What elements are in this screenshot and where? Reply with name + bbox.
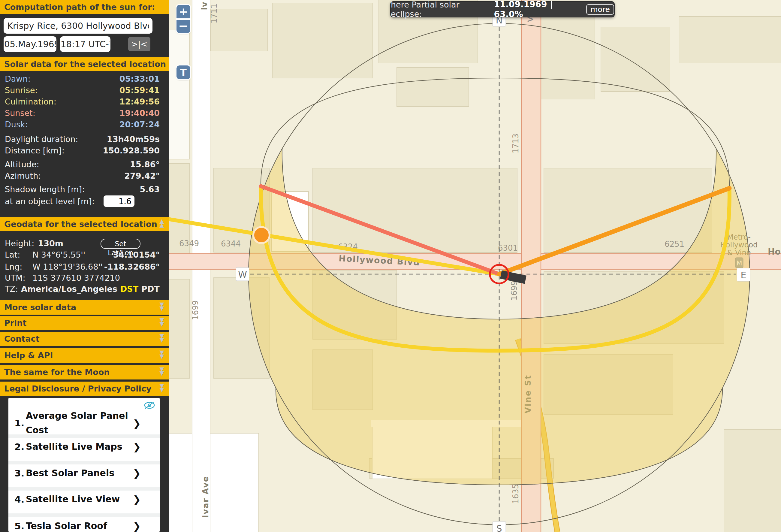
solar-data-header: Solar data for the selected location: [0, 57, 169, 71]
sidebar: Computation path of the sun for: >|< Sol…: [0, 0, 169, 532]
lot-number: 6349: [179, 239, 199, 248]
eclipse-more-button[interactable]: more: [586, 4, 614, 15]
solar-data-title: Solar data for the selected location: [4, 59, 166, 69]
distance-label: Distance [km]:: [5, 146, 65, 155]
sunset-value: 19:40:40: [119, 108, 160, 118]
expand-down-icon: ▼▼: [159, 333, 164, 342]
ad-label: Satellite Live Maps: [26, 438, 129, 455]
ad-number: 4.: [14, 491, 24, 508]
ad-number: 3.: [14, 465, 24, 482]
accordion-label: The same for the Moon: [4, 367, 110, 377]
suncalc-app: Computation path of the sun for: >|< Sol…: [0, 0, 781, 532]
altitude-label: Altitude:: [5, 160, 39, 169]
map-svg: 6349 6344 6324 6301 6251 1711 1713 1699 …: [169, 0, 781, 532]
accordion-help-api[interactable]: Help & API ▼▼: [0, 348, 169, 363]
utm-row: UTM: 11S 377610 3774210: [5, 272, 160, 283]
ad-number: 2.: [14, 438, 24, 455]
chevron-right-icon: ❯: [131, 518, 143, 532]
accordion-label: Legal Disclosure / Privacy Policy: [4, 384, 151, 393]
culmination-row: Culmination: 12:49:56: [5, 96, 160, 107]
dusk-label: Dusk:: [5, 120, 28, 129]
map-layer-toggle-button[interactable]: T: [176, 66, 190, 79]
ad-number: 1.: [14, 418, 24, 428]
sunrise-value: 05:59:41: [119, 86, 160, 95]
dawn-row: Dawn: 05:33:01: [5, 73, 160, 84]
address-input[interactable]: [4, 18, 153, 34]
lng-row: Lng: W 118°19'36.68'' -118.32686°: [5, 261, 160, 272]
expand-down-icon: ▼▼: [159, 383, 164, 393]
ad-item-2[interactable]: 2. Satellite Live Maps ❯: [8, 438, 160, 455]
chevron-right-icon: ❯: [131, 418, 143, 429]
expand-down-icon: ▼▼: [159, 350, 164, 359]
object-level-input[interactable]: [104, 196, 134, 207]
object-level-label: at an object level [m]:: [5, 197, 94, 206]
dusk-row: Dusk: 20:07:24: [5, 119, 160, 130]
sunset-row: Sunset: 19:40:40: [5, 107, 160, 119]
shadow-length-label: Shadow length [m]:: [5, 185, 85, 194]
accordion-label: Contact: [4, 334, 40, 343]
ad-separator: [8, 461, 160, 464]
lat-decimal: 34.10154°: [113, 250, 160, 259]
daylight-row: Daylight duration: 13h40m59s: [5, 133, 160, 145]
current-sun-marker[interactable]: [253, 227, 270, 243]
compass-east: E: [741, 270, 746, 280]
shadow-length-value: 5.63: [139, 185, 160, 194]
zoom-out-button[interactable]: −: [176, 19, 190, 33]
chevron-right-icon: ❯: [131, 491, 143, 508]
time-input[interactable]: [60, 36, 111, 52]
collapse-panel-button[interactable]: >|<: [128, 37, 150, 51]
street-label-edge: Ho: [768, 247, 781, 257]
ad-separator: [8, 487, 160, 491]
lat-row: Lat: N 34°6'5.55'' 34.10154°: [5, 249, 160, 260]
date-input[interactable]: [4, 36, 56, 52]
tz-value: America/Los_Angeles: [21, 284, 117, 294]
lng-decimal: -118.32686°: [104, 262, 160, 272]
map-canvas[interactable]: 6349 6344 6324 6301 6251 1711 1713 1699 …: [169, 0, 781, 532]
expand-down-icon: ▼▼: [159, 366, 164, 376]
ad-label: Tesla Solar Roof: [26, 518, 129, 532]
dusk-value: 20:07:24: [119, 120, 160, 129]
zoom-in-button[interactable]: +: [176, 5, 190, 18]
tz-label: TZ:: [5, 284, 18, 294]
ad-item-5[interactable]: 5. Tesla Solar Roof ❯: [8, 518, 160, 532]
utm-label: UTM:: [5, 273, 32, 283]
compass-south: S: [496, 523, 502, 532]
computation-title: Computation path of the sun for:: [4, 2, 155, 12]
accordion-more-solar-data[interactable]: More solar data ▼▼: [0, 300, 169, 315]
accordion-legal-privacy[interactable]: Legal Disclosure / Privacy Policy ▼▼: [0, 381, 169, 396]
ad-separator: [8, 514, 160, 517]
shadow-length-row: Shadow length [m]: 5.63: [5, 183, 160, 195]
lot-number: 1635: [511, 484, 520, 504]
geodata-header[interactable]: Geodata for the selected location ▲▲: [0, 217, 169, 231]
ad-item-4[interactable]: 4. Satellite Live View ❯: [8, 491, 160, 508]
chevron-right-icon: ❯: [131, 438, 143, 455]
azimuth-label: Azimuth:: [5, 171, 41, 180]
ad-list-card: 1. Average Solar Panel Cost ❯ 2. Satelli…: [8, 398, 160, 532]
distance-value: 150.928.590: [102, 146, 160, 155]
lot-number: 1713: [511, 134, 520, 153]
accordion-moon[interactable]: The same for the Moon ▼▼: [0, 365, 169, 379]
daylight-label: Daylight duration:: [5, 134, 78, 144]
dawn-label: Dawn:: [5, 74, 31, 83]
computation-header: Computation path of the sun for:: [0, 0, 169, 14]
height-value: 130m: [38, 239, 63, 248]
accordion-print[interactable]: Print ▼▼: [0, 316, 169, 330]
expand-down-icon: ▼▼: [159, 301, 164, 311]
utm-value: 11S 377610 3774210: [32, 273, 120, 283]
lat-label: Lat:: [5, 250, 32, 259]
ad-item-3[interactable]: 3. Best Solar Panels ❯: [8, 465, 160, 482]
lot-number: 1711: [209, 4, 218, 24]
street-label-ivar: Ivar Ave: [201, 476, 210, 518]
altitude-row: Altitude: 15.86°: [5, 159, 160, 170]
altitude-value: 15.86°: [130, 160, 160, 169]
accordion-contact[interactable]: Contact ▼▼: [0, 332, 169, 346]
ad-label: Average Solar Panel Cost: [26, 409, 129, 438]
ad-label: Satellite Live View: [26, 491, 129, 508]
set-latlon-button[interactable]: Set Lat/Lon: [100, 239, 140, 249]
accordion-label: Help & API: [4, 351, 53, 360]
collapse-up-icon: ▲▲: [159, 218, 164, 228]
azimuth-value: 279.42°: [124, 171, 160, 180]
tz-abbr: PDT: [141, 284, 160, 294]
culmination-label: Culmination:: [5, 97, 56, 106]
eclipse-value: 11.09.1969 | 63.0%: [494, 0, 583, 19]
